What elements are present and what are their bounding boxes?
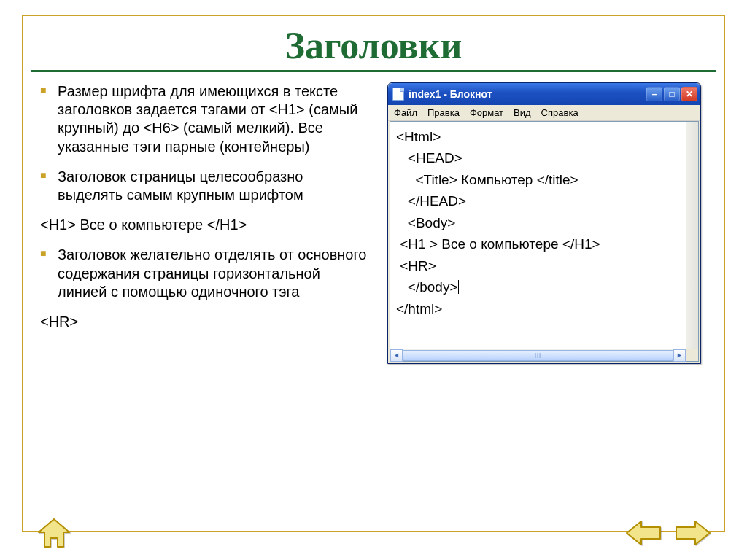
- notepad-window: index1 - Блокнот – □ ✕ Файл Правка Форма…: [387, 82, 701, 364]
- slide-frame: Заголовки Размер шрифта для имеющихся в …: [22, 15, 725, 532]
- scroll-right-button[interactable]: ►: [673, 349, 686, 362]
- text-caret: [458, 280, 459, 294]
- nav-home-button[interactable]: [34, 516, 74, 550]
- slide-title: Заголовки: [31, 18, 716, 72]
- notepad-menubar: Файл Правка Формат Вид Справка: [388, 105, 700, 121]
- scroll-thumb[interactable]: [403, 350, 673, 361]
- scroll-corner: [686, 349, 698, 361]
- close-button[interactable]: ✕: [681, 87, 697, 101]
- svg-marker-0: [39, 519, 69, 547]
- arrow-left-icon: [625, 518, 662, 548]
- minimize-button[interactable]: –: [646, 87, 662, 101]
- notepad-text[interactable]: <Html> <HEAD> <Title> Компьютер </title>…: [390, 122, 698, 324]
- menu-file[interactable]: Файл: [394, 107, 417, 118]
- code-trailing-tag: <HR>: [40, 313, 367, 331]
- arrow-right-icon: [675, 518, 711, 548]
- svg-marker-1: [627, 521, 660, 545]
- bullet-list: Размер шрифта для имеющихся в тексте заг…: [39, 82, 367, 364]
- svg-marker-2: [676, 521, 710, 545]
- bullet-item: Заголовок желательно отделять от основно…: [39, 246, 367, 301]
- notepad-titlebar[interactable]: index1 - Блокнот – □ ✕: [388, 83, 700, 105]
- nav-prev-button[interactable]: [623, 516, 664, 550]
- notepad-body: <Html> <HEAD> <Title> Компьютер </title>…: [390, 121, 699, 362]
- scroll-left-button[interactable]: ◄: [390, 349, 403, 362]
- code-example: <H1> Все о компьютере </H1>: [40, 216, 367, 234]
- menu-format[interactable]: Формат: [470, 107, 503, 118]
- menu-help[interactable]: Справка: [541, 107, 578, 118]
- document-icon: [392, 88, 404, 101]
- nav-next-button[interactable]: [673, 516, 713, 550]
- bullet-item: Размер шрифта для имеющихся в тексте заг…: [39, 82, 367, 156]
- scrollbar-vertical[interactable]: [686, 122, 698, 349]
- home-icon: [36, 518, 72, 548]
- menu-edit[interactable]: Правка: [427, 107, 460, 118]
- maximize-button[interactable]: □: [664, 87, 680, 101]
- notepad-title: index1 - Блокнот: [409, 88, 646, 100]
- bullet-item: Заголовок страницы целесообразно выделят…: [39, 168, 367, 204]
- scrollbar-horizontal[interactable]: ◄ ►: [390, 349, 686, 361]
- menu-view[interactable]: Вид: [514, 107, 531, 118]
